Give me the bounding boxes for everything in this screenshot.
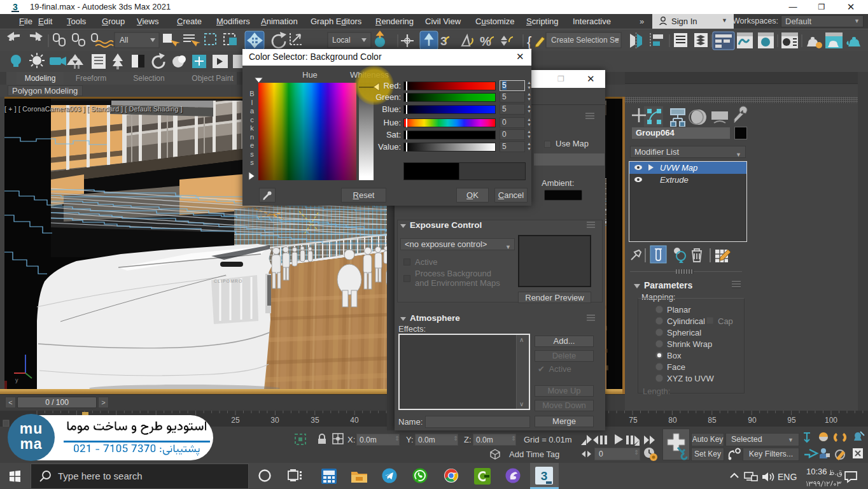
svg-text:Cap: Cap [718, 316, 733, 326]
svg-text:75: 75 [629, 416, 638, 425]
svg-text:85: 85 [708, 416, 717, 425]
svg-text:25: 25 [231, 416, 240, 425]
svg-text:XYZ to UVW: XYZ to UVW [667, 374, 714, 383]
svg-text:Spherical: Spherical [667, 328, 701, 337]
svg-text:40: 40 [350, 416, 359, 425]
svg-text:80: 80 [668, 416, 677, 425]
svg-text:Cylindrical: Cylindrical [667, 316, 705, 326]
svg-text:Create Selection Se: Create Selection Se [551, 36, 619, 45]
svg-text:100: 100 [825, 416, 837, 425]
svg-text:{: { [527, 34, 531, 50]
svg-text:Box: Box [667, 351, 682, 360]
svg-text:30: 30 [270, 416, 279, 425]
svg-text:Local: Local [332, 36, 351, 45]
svg-text:35: 35 [311, 416, 319, 425]
svg-text:95: 95 [787, 416, 796, 425]
svg-text:Shrink Wrap: Shrink Wrap [667, 339, 712, 349]
svg-text:Length:: Length: [643, 386, 670, 396]
svg-text:Face: Face [667, 362, 685, 372]
svg-text:CLIPOMRO: CLIPOMRO [214, 279, 242, 283]
svg-text:90: 90 [748, 416, 757, 425]
svg-text:y: y [15, 377, 18, 383]
svg-text:All: All [120, 36, 128, 45]
svg-text:3: 3 [13, 2, 18, 12]
svg-text:Planar: Planar [667, 305, 691, 315]
svg-text:3: 3 [541, 469, 548, 483]
